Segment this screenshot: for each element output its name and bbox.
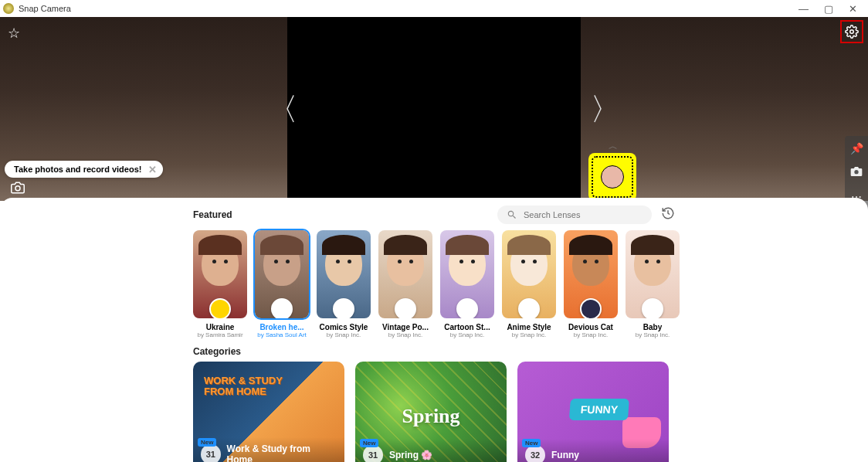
featured-title: Featured <box>193 209 232 220</box>
new-badge: New <box>360 439 378 447</box>
maximize-button[interactable]: ▢ <box>824 3 833 15</box>
chevron-up-icon[interactable]: ︿ <box>588 140 638 153</box>
settings-button[interactable] <box>840 20 863 43</box>
featured-lens-row: Ukraine by Samira Samir Broken he... by … <box>0 230 868 338</box>
camera-icon <box>11 181 25 195</box>
lens-badge-icon <box>333 298 354 318</box>
category-overlay: New 31 Spring 🌸 <box>355 439 507 462</box>
svg-point-2 <box>854 170 858 174</box>
category-label: Spring 🌸 <box>389 450 432 460</box>
snapcode-panel: ︿ <box>588 140 638 201</box>
categories-title: Categories <box>0 338 868 362</box>
lens-name: Cartoon St... <box>440 323 494 331</box>
tooltip-close-button[interactable]: ✕ <box>148 164 157 175</box>
next-lens-button[interactable]: 〉 <box>590 88 621 131</box>
category-label: Work & Study from Home <box>227 443 337 462</box>
lens-card[interactable]: Vintage Po... by Snap Inc. <box>378 230 432 338</box>
lens-name: Broken he... <box>255 323 309 331</box>
category-count: New 31 <box>201 444 221 462</box>
lens-thumbnail <box>317 230 371 318</box>
lens-author: by Sasha Soul Art <box>255 331 309 338</box>
camera-area: ☆ 〈 〉 ︿ Take photos and record videos! ✕ <box>0 17 868 201</box>
lens-badge-icon <box>271 298 293 318</box>
lens-author: by Snap Inc. <box>564 331 618 338</box>
category-count: New 31 <box>363 445 383 462</box>
lens-name: Baby <box>626 323 680 331</box>
titlebar: Snap Camera — ▢ ✕ <box>0 0 868 17</box>
tooltip-text: Take photos and record videos! <box>14 165 141 174</box>
search-input[interactable] <box>524 210 643 219</box>
window-controls: — ▢ ✕ <box>798 3 865 15</box>
lens-card[interactable]: Baby by Snap Inc. <box>626 230 680 338</box>
category-overlay: New 32 Funny <box>517 439 669 462</box>
category-overlay: New 31 Work & Study from Home <box>193 437 344 462</box>
lens-name: Vintage Po... <box>378 323 432 331</box>
search-icon <box>507 209 517 220</box>
lens-name: Anime Style <box>502 323 556 331</box>
lens-thumbnail <box>378 230 432 318</box>
lens-thumbnail <box>502 230 556 318</box>
lens-content: Featured Ukraine by Samira Samir Broken … <box>0 198 868 462</box>
snapcode[interactable] <box>588 153 636 201</box>
lens-badge-icon <box>209 298 231 318</box>
lens-name: Ukraine <box>193 323 247 331</box>
featured-header: Featured <box>0 206 868 230</box>
lens-badge-icon <box>580 298 602 318</box>
new-badge: New <box>198 438 216 447</box>
favorite-button[interactable]: ☆ <box>8 25 20 42</box>
svg-point-0 <box>850 30 854 34</box>
new-badge: New <box>522 439 541 447</box>
lens-thumbnail <box>193 230 247 318</box>
video-preview <box>287 17 581 201</box>
lens-card[interactable]: Ukraine by Samira Samir <box>193 230 247 338</box>
history-icon <box>661 206 675 220</box>
gear-icon <box>845 25 859 39</box>
lens-thumbnail <box>626 230 680 318</box>
lens-card[interactable]: Broken he... by Sasha Soul Art <box>255 230 309 338</box>
lens-author: by Snap Inc. <box>502 331 556 338</box>
lens-badge-icon <box>456 298 478 318</box>
capture-button[interactable] <box>11 181 25 198</box>
category-card[interactable]: New 31 Work & Study from Home <box>193 362 344 462</box>
lens-author: by Snap Inc. <box>317 331 371 338</box>
lens-card[interactable]: Comics Style by Snap Inc. <box>317 230 371 338</box>
lens-badge-icon <box>642 298 663 318</box>
app-icon <box>3 3 14 14</box>
category-card[interactable]: New 32 Funny <box>517 362 669 462</box>
category-count: New 32 <box>525 445 545 462</box>
capture-tooltip: Take photos and record videos! ✕ <box>5 161 163 178</box>
lens-card[interactable]: Cartoon St... by Snap Inc. <box>440 230 494 338</box>
category-label: Funny <box>551 450 579 460</box>
category-card[interactable]: New 31 Spring 🌸 <box>355 362 507 462</box>
close-button[interactable]: ✕ <box>849 3 857 15</box>
pin-icon[interactable]: 📌 <box>850 142 863 155</box>
lens-badge-icon <box>395 298 416 318</box>
svg-point-1 <box>15 186 20 191</box>
prev-lens-button[interactable]: 〈 <box>267 88 298 131</box>
lens-card[interactable]: Devious Cat by Snap Inc. <box>564 230 618 338</box>
lens-card[interactable]: Anime Style by Snap Inc. <box>502 230 556 338</box>
lens-author: by Samira Samir <box>193 331 247 338</box>
categories-row: New 31 Work & Study from Home New 31 Spr… <box>0 362 868 462</box>
lens-name: Devious Cat <box>564 323 618 331</box>
camera-side-icon[interactable] <box>850 165 863 180</box>
window-title: Snap Camera <box>19 4 71 13</box>
minimize-button[interactable]: — <box>798 3 809 15</box>
lens-badge-icon <box>518 298 540 318</box>
lens-thumbnail <box>255 230 309 318</box>
lens-author: by Snap Inc. <box>378 331 432 338</box>
lens-author: by Snap Inc. <box>440 331 494 338</box>
search-box[interactable] <box>497 206 652 224</box>
lens-thumbnail <box>440 230 494 318</box>
lens-name: Comics Style <box>317 323 371 331</box>
lens-author: by Snap Inc. <box>626 331 680 338</box>
history-button[interactable] <box>661 206 675 223</box>
lens-thumbnail <box>564 230 618 318</box>
